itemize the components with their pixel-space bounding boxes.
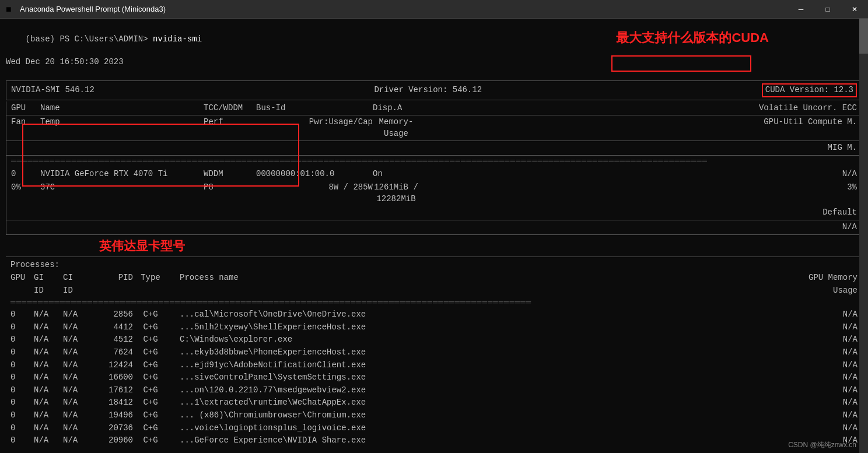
driver-version: Driver Version: 546.12 <box>374 85 482 96</box>
proc-gpu: 0 <box>10 360 34 371</box>
proc-ci: N/A <box>63 423 92 434</box>
proc-pid: 17612 <box>92 385 133 396</box>
hdr-empty1 <box>11 142 40 154</box>
gpu-id: 0 <box>11 168 40 180</box>
gpu-header-row1: GPU Name TCC/WDDM Bus-Id Disp.A Volatile… <box>6 101 862 116</box>
proc-gpu: 0 <box>10 423 34 434</box>
proc-type: C+G <box>133 334 168 346</box>
phdr-empty4 <box>168 285 799 297</box>
cuda-annotation-text: 最大支持什么版本的CUDA <box>616 29 769 47</box>
phdr-mem: GPU Memory <box>799 272 858 284</box>
hdr-dispa: Disp.A <box>373 103 419 114</box>
process-row: 0 N/A N/A 18412 C+G ...1\extracted\runti… <box>6 396 862 409</box>
datetime-line: Wed Dec 20 16:50:30 2023 <box>6 57 862 68</box>
proc-pid: 16600 <box>92 372 133 384</box>
empty5 <box>373 207 419 219</box>
proc-name: ...ejd91yc\AdobeNotificationClient.exe <box>168 360 799 371</box>
minimize-button[interactable]: ─ <box>788 0 814 19</box>
proc-type: C+G <box>133 397 168 409</box>
gpu-data-row1: 0 NVIDIA GeForce RTX 4070 Ti WDDM 000000… <box>6 167 862 181</box>
phdr-empty2 <box>92 285 133 297</box>
gpu-ecc: N/A <box>419 168 857 180</box>
process-rows-container: 0 N/A N/A 2856 C+G ...cal\Microsoft\OneD… <box>6 308 862 447</box>
proc-gi: N/A <box>34 435 63 447</box>
phdr-type: Type <box>133 272 168 284</box>
scrollbar-thumb[interactable] <box>859 19 868 54</box>
scrollbar[interactable] <box>859 19 868 453</box>
command-text: nvidia-smi <box>153 34 202 44</box>
hdr-mig: MIG M. <box>419 142 857 154</box>
gpu-annotation-text: 英伟达显卡型号 <box>99 237 862 254</box>
empty2 <box>40 207 204 219</box>
empty1 <box>11 207 40 219</box>
divider-line-double: ════════════════════════════════════════… <box>11 156 857 167</box>
process-row: 0 N/A N/A 20736 C+G ...voice\logioptions… <box>6 422 862 435</box>
proc-ci: N/A <box>63 372 92 384</box>
phdr-id2: ID <box>63 285 92 297</box>
proc-mem: N/A <box>799 385 858 396</box>
gpu-name: NVIDIA GeForce RTX 4070 Ti <box>40 168 204 180</box>
proc-ci: N/A <box>63 360 92 371</box>
phdr-usage: Usage <box>799 285 858 297</box>
hdr-fan: Fan <box>11 117 40 139</box>
proc-pid: 20736 <box>92 423 133 434</box>
proc-mem: N/A <box>799 423 858 434</box>
gpu-data-row3: Default <box>6 206 862 220</box>
proc-mem: N/A <box>799 309 858 321</box>
hdr-memusage: Memory-Usage <box>373 117 419 139</box>
proc-gpu: 0 <box>10 347 34 359</box>
gpu-mode: WDDM <box>204 168 256 180</box>
e2 <box>40 222 204 233</box>
proc-name: C:\Windows\explorer.exe <box>168 334 799 346</box>
proc-ci: N/A <box>63 309 92 321</box>
proc-name: ...voice\logioptionsplus_logivoice.exe <box>168 423 799 434</box>
process-row: 0 N/A N/A 2856 C+G ...cal\Microsoft\OneD… <box>6 308 862 321</box>
phdr-ci: CI <box>63 272 92 284</box>
proc-pid: 19496 <box>92 410 133 422</box>
double-divider: ════════════════════════════════════════… <box>6 156 862 167</box>
proc-mem: N/A <box>799 410 858 422</box>
hdr-empty3 <box>204 142 256 154</box>
process-row: 0 N/A N/A 16600 C+G ...siveControlPanel\… <box>6 371 862 384</box>
prompt-text: (base) PS C:\Users\ADMIN> <box>26 34 153 44</box>
gpu-mem: 1261MiB / 12282MiB <box>373 182 419 205</box>
proc-gi: N/A <box>34 347 63 359</box>
proc-gi: N/A <box>34 385 63 396</box>
proc-ci: N/A <box>63 397 92 409</box>
gpu-fan: 0% <box>11 182 40 205</box>
process-row: 0 N/A N/A 19496 C+G ... (x86)\Chromiumbr… <box>6 409 862 422</box>
hdr-name: Name <box>40 103 204 114</box>
hdr-empty4 <box>256 142 373 154</box>
process-row: 0 N/A N/A 20960 C+G ...GeForce Experienc… <box>6 434 862 447</box>
process-row: 0 N/A N/A 4412 C+G ...5nlh2txyewy\ShellE… <box>6 321 862 334</box>
gpu-disp: On <box>373 168 419 180</box>
smi-header-bar: NVIDIA-SMI 546.12 Driver Version: 546.12… <box>6 80 862 100</box>
gpu-data-row4: N/A <box>6 220 862 235</box>
hdr-empty2 <box>40 142 204 154</box>
gpu-perf: P8 <box>204 182 256 205</box>
hdr-temp: Temp <box>40 117 204 139</box>
proc-gi: N/A <box>34 360 63 371</box>
gpu-header-row2: Fan Temp Perf Pwr:Usage/Cap Memory-Usage… <box>6 115 862 141</box>
maximize-button[interactable]: □ <box>814 0 841 19</box>
process-row: 0 N/A N/A 7624 C+G ...ekyb3d8bbwe\PhoneE… <box>6 346 862 359</box>
gpu-pwr: 8W / 285W <box>256 182 373 205</box>
proc-name: ...1\extracted\runtime\WeChatAppEx.exe <box>168 397 799 409</box>
proc-mem: N/A <box>799 372 858 384</box>
divider-single <box>6 257 862 257</box>
close-button[interactable]: ✕ <box>841 0 868 19</box>
e3 <box>204 222 256 233</box>
terminal-body: (base) PS C:\Users\ADMIN> nvidia-smi Wed… <box>0 19 868 453</box>
hdr-busid: Bus-Id <box>256 103 373 114</box>
proc-gi: N/A <box>34 322 63 333</box>
proc-name: ...5nlh2txyewy\ShellExperienceHost.exe <box>168 322 799 333</box>
proc-gi: N/A <box>34 423 63 434</box>
phdr-empty <box>10 285 34 297</box>
window-controls: ─ □ ✕ <box>788 0 868 19</box>
empty3 <box>204 207 256 219</box>
gpu-busid: 00000000:01:00.0 <box>256 168 373 180</box>
phdr-gi: GI <box>34 272 63 284</box>
proc-gpu: 0 <box>10 322 34 333</box>
proc-name: ...ekyb3d8bbwe\PhoneExperienceHost.exe <box>168 347 799 359</box>
proc-gpu: 0 <box>10 334 34 346</box>
